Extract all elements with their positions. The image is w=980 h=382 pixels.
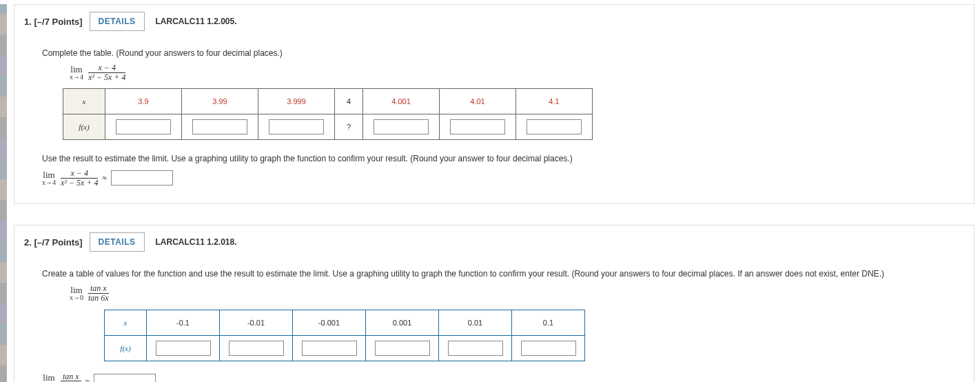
q2-x-label: x bbox=[105, 310, 147, 335]
thumbnail-strip bbox=[0, 4, 7, 382]
q1-instructions: Complete the table. (Round your answers … bbox=[42, 48, 946, 58]
q1-x-1: 3.99 bbox=[182, 89, 258, 114]
approx-symbol: ≈ bbox=[85, 376, 90, 382]
q2-x-5: 0.1 bbox=[512, 310, 585, 335]
q2-x-2: -0.001 bbox=[293, 310, 366, 335]
q1-number: 1. [–/7 Points] bbox=[24, 17, 83, 27]
q1-fx-label: f(x) bbox=[63, 114, 105, 140]
q1-x-4: 4.001 bbox=[363, 89, 440, 114]
q2-x-4: 0.01 bbox=[439, 310, 512, 335]
q1-limit-answer-row: lim x→4 x − 4 x² − 5x + 4 ≈ bbox=[42, 169, 946, 187]
q2-fx-input-0[interactable] bbox=[156, 341, 211, 356]
q1-fx-mid: ? bbox=[335, 114, 363, 140]
q1-followup: Use the result to estimate the limit. Us… bbox=[42, 154, 946, 163]
q2-fx-input-3[interactable] bbox=[375, 341, 430, 356]
q1-x-6: 4.1 bbox=[516, 89, 593, 114]
q2-number: 2. [–/7 Points] bbox=[24, 237, 83, 248]
question-1: 1. [–/7 Points] DETAILS LARCALC11 1.2.00… bbox=[14, 4, 974, 204]
q2-instructions: Create a table of values for the functio… bbox=[42, 269, 946, 279]
q2-data-table: x -0.1 -0.01 -0.001 0.001 0.01 0.1 f(x) bbox=[104, 310, 585, 361]
q2-fx-input-4[interactable] bbox=[448, 341, 503, 356]
q1-fx-input-5[interactable] bbox=[527, 119, 582, 134]
q1-fx-input-1[interactable] bbox=[192, 119, 247, 134]
q1-fx-input-2[interactable] bbox=[269, 119, 324, 134]
q1-fx-input-3[interactable] bbox=[374, 119, 429, 134]
q2-fx-input-2[interactable] bbox=[302, 341, 357, 356]
question-2: 2. [–/7 Points] DETAILS LARCALC11 1.2.01… bbox=[14, 225, 974, 382]
q2-x-1: -0.01 bbox=[220, 310, 293, 335]
q1-x-label: x bbox=[63, 89, 105, 114]
details-button[interactable]: DETAILS bbox=[90, 12, 145, 31]
q2-fx-input-1[interactable] bbox=[229, 341, 284, 356]
q2-x-0: -0.1 bbox=[147, 310, 220, 335]
q1-x-3: 4 bbox=[335, 89, 363, 114]
q1-data-table: x 3.9 3.99 3.999 4 4.001 4.01 4.1 f(x) ? bbox=[63, 88, 593, 140]
q2-fx-input-5[interactable] bbox=[521, 341, 576, 356]
q1-body: Complete the table. (Round your answers … bbox=[14, 39, 974, 203]
q1-x-2: 3.999 bbox=[258, 89, 335, 114]
q2-limit-expression: lim x→0 tan x tan 6x bbox=[70, 284, 109, 302]
q1-x-5: 4.01 bbox=[440, 89, 516, 114]
q1-x-0: 3.9 bbox=[105, 89, 182, 114]
details-button[interactable]: DETAILS bbox=[90, 232, 145, 252]
q1-fx-input-4[interactable] bbox=[450, 119, 505, 134]
q2-limit-answer-row: lim x→0 tan x tan 6x ≈ bbox=[42, 372, 946, 382]
approx-symbol: ≈ bbox=[102, 173, 107, 183]
q2-limit-answer-input[interactable] bbox=[94, 374, 156, 382]
q2-body: Create a table of values for the functio… bbox=[14, 259, 974, 382]
question-2-header: 2. [–/7 Points] DETAILS LARCALC11 1.2.01… bbox=[14, 225, 974, 259]
question-1-header: 1. [–/7 Points] DETAILS LARCALC11 1.2.00… bbox=[14, 5, 974, 39]
q1-limit-answer-input[interactable] bbox=[111, 170, 173, 185]
q2-x-3: 0.001 bbox=[366, 310, 439, 335]
q1-limit-expression: lim x→4 x − 4 x² − 5x + 4 bbox=[70, 63, 125, 81]
q2-reference: LARCALC11 1.2.018. bbox=[156, 237, 237, 247]
q1-fx-input-0[interactable] bbox=[116, 119, 171, 134]
q1-reference: LARCALC11 1.2.005. bbox=[156, 17, 237, 26]
q2-fx-label: f(x) bbox=[105, 335, 147, 361]
